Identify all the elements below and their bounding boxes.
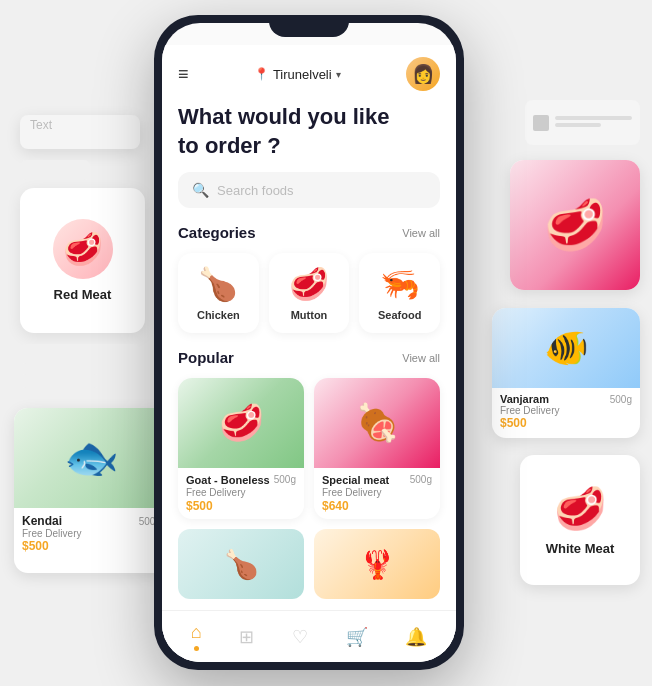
categories-title: Categories — [178, 224, 256, 241]
fish-info: Kendai 500g Free Delivery $500 — [14, 508, 169, 557]
seafood-label: Seafood — [378, 309, 421, 321]
product-goat[interactable]: 🥩 Goat - Boneless 500g Free Delivery $50… — [178, 378, 304, 519]
fish-image: 🐟 — [14, 408, 169, 508]
right-dot — [533, 115, 549, 131]
chicken-label: Chicken — [197, 309, 240, 321]
special-delivery: Free Delivery — [322, 487, 432, 498]
nav-cart[interactable]: 🛒 — [334, 620, 380, 654]
special-info: Special meat 500g Free Delivery $640 — [314, 468, 440, 519]
popular-grid: 🥩 Goat - Boneless 500g Free Delivery $50… — [162, 378, 456, 519]
cart-icon: 🛒 — [346, 626, 368, 648]
home-active-dot — [194, 646, 199, 651]
nav-home[interactable]: ⌂ — [179, 616, 214, 657]
vanjaram-name-row: Vanjaram 500g — [500, 393, 632, 405]
bottom-preview: 🍗 🦞 — [162, 519, 456, 599]
left-small-bar — [20, 160, 90, 180]
popular-view-all[interactable]: View all — [402, 352, 440, 364]
categories-row: 🍗 Chicken 🥩 Mutton 🦐 Seafood — [162, 253, 456, 349]
app-header: ≡ 📍 Tirunelveli ▾ 👩 — [162, 45, 456, 99]
left-bar-1 — [20, 344, 140, 364]
hamburger-icon[interactable]: ≡ — [178, 64, 189, 85]
location-text: Tirunelveli — [273, 67, 332, 82]
goat-price: $500 — [186, 499, 296, 513]
white-meat-card: 🥩 White Meat — [520, 455, 640, 585]
goat-weight: 500g — [274, 474, 296, 486]
nav-grid[interactable]: ⊞ — [227, 620, 266, 654]
bottom-nav: ⌂ ⊞ ♡ 🛒 🔔 — [162, 610, 456, 662]
category-mutton[interactable]: 🥩 Mutton — [269, 253, 350, 333]
mutton-label: Mutton — [291, 309, 328, 321]
phone-notch — [269, 15, 349, 37]
chevron-down-icon: ▾ — [336, 69, 341, 80]
vanjaram-name: Vanjaram — [500, 393, 549, 405]
avatar[interactable]: 👩 — [406, 57, 440, 91]
category-seafood[interactable]: 🦐 Seafood — [359, 253, 440, 333]
goat-info: Goat - Boneless 500g Free Delivery $500 — [178, 468, 304, 519]
vanjaram-image: 🐠 — [492, 308, 640, 388]
bottom-card-1: 🍗 — [178, 529, 304, 599]
category-chicken[interactable]: 🍗 Chicken — [178, 253, 259, 333]
special-image: 🍖 — [314, 378, 440, 468]
goat-delivery: Free Delivery — [186, 487, 296, 498]
white-meat-icon: 🥩 — [554, 484, 606, 533]
product-special[interactable]: 🍖 Special meat 500g Free Delivery $640 — [314, 378, 440, 519]
heart-icon: ♡ — [292, 626, 308, 648]
vanjaram-price: $500 — [500, 416, 632, 430]
vanjaram-info: Vanjaram 500g Free Delivery $500 — [492, 388, 640, 435]
fish-card: 🐟 Kendai 500g Free Delivery $500 — [14, 408, 169, 573]
vanjaram-card: 🐠 Vanjaram 500g Free Delivery $500 — [492, 308, 640, 438]
categories-header: Categories View all — [162, 224, 456, 253]
screen-content: ≡ 📍 Tirunelveli ▾ 👩 What would you like … — [162, 45, 456, 662]
right-meat-image-card: 🥩 — [510, 160, 640, 290]
left-text-placeholder: Text — [20, 115, 140, 149]
red-meat-label: Red Meat — [54, 287, 112, 302]
red-meat-card: 🥩 Red Meat — [20, 188, 145, 333]
vanjaram-delivery: Free Delivery — [500, 405, 632, 416]
grid-icon: ⊞ — [239, 626, 254, 648]
nav-favorites[interactable]: ♡ — [280, 620, 320, 654]
location-area[interactable]: 📍 Tirunelveli ▾ — [254, 67, 341, 82]
seafood-icon: 🦐 — [380, 265, 420, 303]
nav-notifications[interactable]: 🔔 — [393, 620, 439, 654]
right-line-1 — [555, 116, 632, 120]
goat-image: 🥩 — [178, 378, 304, 468]
popular-header: Popular View all — [162, 349, 456, 378]
goat-name: Goat - Boneless — [186, 474, 270, 486]
fish-delivery: Free Delivery — [22, 528, 161, 539]
white-meat-label: White Meat — [546, 541, 615, 556]
right-line-2 — [555, 123, 601, 127]
fish-icon: 🐟 — [64, 432, 119, 484]
red-meat-icon: 🥩 — [53, 219, 113, 279]
right-top-card — [525, 100, 640, 145]
chicken-icon: 🍗 — [198, 265, 238, 303]
greeting-section: What would you like to order ? — [162, 99, 456, 172]
special-price: $640 — [322, 499, 432, 513]
categories-view-all[interactable]: View all — [402, 227, 440, 239]
fish-price: $500 — [22, 539, 161, 553]
mutton-icon: 🥩 — [289, 265, 329, 303]
location-pin-icon: 📍 — [254, 67, 269, 81]
fish-name: Kendai — [22, 514, 62, 528]
phone-screen: ≡ 📍 Tirunelveli ▾ 👩 What would you like … — [162, 23, 456, 662]
special-name: Special meat — [322, 474, 389, 486]
phone-frame: ≡ 📍 Tirunelveli ▾ 👩 What would you like … — [154, 15, 464, 670]
bottom-card-2: 🦞 — [314, 529, 440, 599]
search-placeholder: Search foods — [217, 183, 294, 198]
vanjaram-weight: 500g — [610, 394, 632, 405]
special-weight: 500g — [410, 474, 432, 486]
right-meat-image: 🥩 — [510, 160, 640, 290]
popular-title: Popular — [178, 349, 234, 366]
search-bar[interactable]: 🔍 Search foods — [178, 172, 440, 208]
home-icon: ⌂ — [191, 622, 202, 643]
greeting-line1: What would you like to order ? — [178, 103, 440, 160]
search-icon: 🔍 — [192, 182, 209, 198]
right-lines — [555, 116, 632, 130]
left-placeholder-text: Text — [20, 118, 52, 132]
left-bar-2 — [20, 374, 100, 388]
bell-icon: 🔔 — [405, 626, 427, 648]
